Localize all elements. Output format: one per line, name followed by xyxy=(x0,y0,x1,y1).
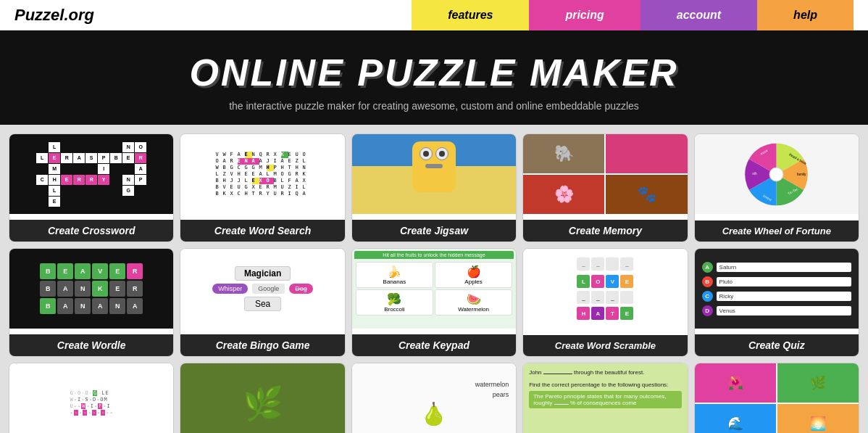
puzzle-card-fillin[interactable]: John through the beautiful forest. Find … xyxy=(522,363,688,433)
keypad-item4: Watermelon xyxy=(458,306,489,313)
crossword-label: Create Crossword xyxy=(9,220,173,242)
keypad-label: Create Keypad xyxy=(352,334,516,356)
hero-title: ONLINE PUZZLE MAKER xyxy=(14,51,854,94)
puzzle-card-sliding[interactable]: 🌿 Create Sliding Puzzle xyxy=(180,363,345,433)
hero-section: ONLINE PUZZLE MAKER the interactive puzz… xyxy=(0,30,868,125)
puzzle-card-acrostic[interactable]: G-O-O-G-LE W-I-S-D-OM U--W-I-F-I -------… xyxy=(9,363,174,433)
bingo-tag2: Google xyxy=(252,284,285,294)
nav-pricing[interactable]: pricing xyxy=(529,0,640,30)
jigsaw-label: Create Jigsaw xyxy=(352,220,516,242)
quiz-option-b: Pluto xyxy=(717,277,851,286)
puzzle-card-wordscramble[interactable]: _ _ _ L O V E _ _ _ xyxy=(522,248,688,357)
puzzle-card-matching[interactable]: watermelon pears 🍐 Create Matching xyxy=(351,363,517,433)
puzzle-card-keypad[interactable]: Hit all the fruits to unlock the hidden … xyxy=(351,248,517,357)
keypad-item1: Bananas xyxy=(383,279,406,285)
puzzle-card-jigsaw[interactable]: Create Jigsaw xyxy=(351,133,517,242)
svg-point-0 xyxy=(769,168,783,181)
quiz-option-a: Saturn xyxy=(717,263,851,272)
quiz-option-d: Venus xyxy=(717,306,851,316)
bingo-tag3: Dog xyxy=(289,284,313,294)
puzzle-card-crossword[interactable]: LNO LERASPBER MIA CHERRYNP LG E Create C… xyxy=(9,133,174,242)
memory-label: Create Memory xyxy=(523,220,687,242)
bingo-tag1: Whisper xyxy=(212,284,248,294)
puzzle-card-quartets[interactable]: 🌺 🌿 🌊 🌅 Create Quartets xyxy=(694,363,859,433)
keypad-header: Hit all the fruits to unlock the hidden … xyxy=(354,251,514,259)
puzzle-card-memory[interactable]: 🐘 🌸 🐾 Create Memory xyxy=(522,133,688,242)
wheel-svg: Read a book family Tic-Tac Invent sth mo… xyxy=(742,140,811,209)
puzzle-card-wheeloffortune[interactable]: Read a book family Tic-Tac Invent sth mo… xyxy=(694,133,859,242)
nav-help[interactable]: help xyxy=(757,0,854,30)
puzzle-grid: LNO LERASPBER MIA CHERRYNP LG E Create C… xyxy=(0,125,868,433)
svg-text:sth: sth xyxy=(753,171,758,175)
svg-text:family: family xyxy=(797,173,806,176)
bingo-word1: Magician xyxy=(244,268,281,279)
hero-subtitle: the interactive puzzle maker for creatin… xyxy=(14,100,854,112)
wordle-label: Create Wordle xyxy=(9,334,173,356)
puzzle-card-wordsearch[interactable]: VWFAENQRXKEUO OARENAAJIAEZL WBGCGGMHPHTH… xyxy=(180,133,345,242)
nav-account[interactable]: account xyxy=(640,0,757,30)
bingo-word2: Sea xyxy=(255,299,270,309)
header: Puzzel.org features pricing account help xyxy=(0,0,868,30)
wordscramble-label: Create Word Scramble xyxy=(523,335,687,356)
puzzle-card-bingo[interactable]: Magician Whisper Google Dog Sea Create B… xyxy=(180,248,345,357)
quiz-option-c: Ricky xyxy=(717,292,851,301)
quiz-label: Create Quiz xyxy=(695,334,859,356)
wheeloffortune-label: Create Wheel of Fortune xyxy=(695,220,859,242)
puzzle-card-quiz[interactable]: A Saturn B Pluto C Ricky D Venus Create … xyxy=(694,248,859,357)
bingo-label: Create Bingo Game xyxy=(180,334,344,356)
keypad-item2: Apples xyxy=(464,279,482,285)
keypad-item3: Broccoli xyxy=(384,306,404,313)
logo[interactable]: Puzzel.org xyxy=(14,6,94,25)
nav: features pricing account help xyxy=(412,0,854,30)
puzzle-card-wordle[interactable]: B E A V E R B A N K E R B A N A N A xyxy=(9,248,174,357)
wordsearch-label: Create Word Search xyxy=(180,220,344,242)
nav-features[interactable]: features xyxy=(412,0,529,30)
